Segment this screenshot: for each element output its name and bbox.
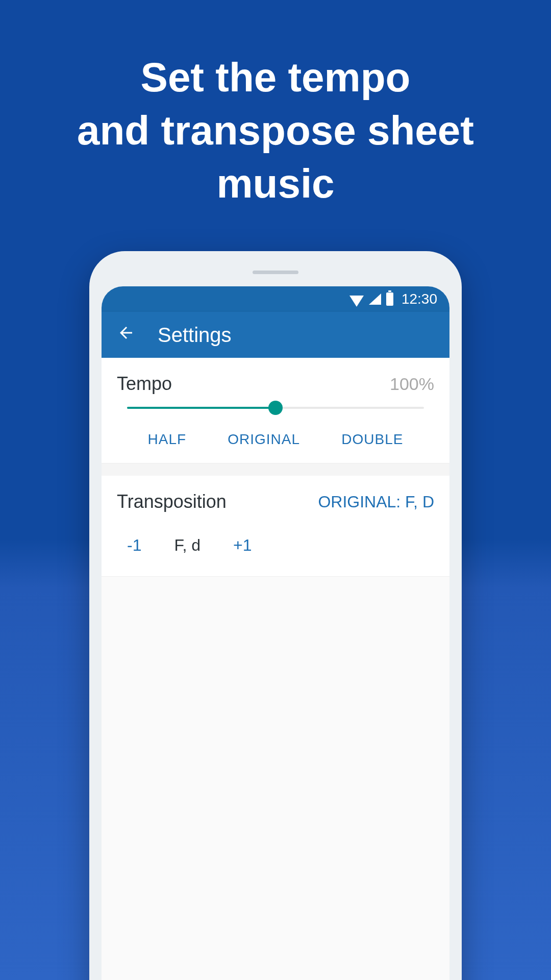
tempo-slider-fill [127,407,276,409]
back-arrow-icon[interactable] [117,324,135,347]
transposition-section: Transposition ORIGINAL: F, D -1 F, d +1 [102,476,449,577]
transposition-label: Transposition [117,491,227,512]
app-bar: Settings [102,312,449,358]
transposition-header: Transposition ORIGINAL: F, D [117,491,434,512]
tempo-half-button[interactable]: HALF [148,431,187,448]
transposition-current-key: F, d [174,536,201,555]
phone-screen: 12:30 Settings Tempo 100% [102,286,449,980]
status-time: 12:30 [402,291,437,307]
tempo-value: 100% [390,374,434,394]
marketing-title-line2: and transpose sheet music [77,108,474,206]
wifi-icon [349,296,364,307]
tempo-slider-container [117,407,434,409]
battery-icon [386,292,393,306]
tempo-header: Tempo 100% [117,373,434,395]
page-title: Settings [158,324,232,347]
phone-speaker-notch [253,271,298,274]
transposition-original-button[interactable]: ORIGINAL: F, D [318,493,434,511]
cell-signal-icon [369,293,381,305]
tempo-label: Tempo [117,373,172,395]
section-divider [102,463,449,476]
transposition-controls: -1 F, d +1 [117,512,434,561]
transpose-up-button[interactable]: +1 [233,536,252,555]
marketing-title-line1: Set the tempo [141,55,411,100]
tempo-preset-buttons: HALF ORIGINAL DOUBLE [117,425,434,448]
tempo-original-button[interactable]: ORIGINAL [228,431,300,448]
phone-mockup-frame: 12:30 Settings Tempo 100% [89,251,462,980]
tempo-double-button[interactable]: DOUBLE [341,431,403,448]
tempo-slider[interactable] [127,407,424,409]
marketing-headline: Set the tempo and transpose sheet music [0,0,551,251]
status-bar: 12:30 [102,286,449,312]
tempo-slider-thumb[interactable] [268,401,283,415]
transpose-down-button[interactable]: -1 [127,536,141,555]
tempo-section: Tempo 100% HALF ORIGINAL DOUBLE [102,358,449,463]
